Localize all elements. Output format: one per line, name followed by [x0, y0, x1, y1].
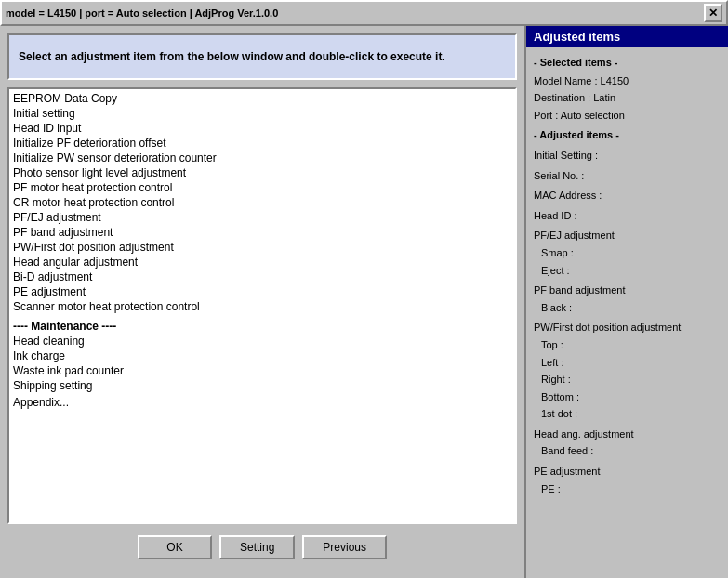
list-item[interactable]: PF band adjustment: [9, 225, 515, 240]
list-item[interactable]: PE adjustment: [9, 284, 515, 299]
list-item[interactable]: Initialize PF deterioration offset: [9, 136, 515, 151]
pfband-title: PF band adjustment: [534, 282, 721, 299]
list-item[interactable]: EEPROM Data Copy: [9, 91, 515, 106]
list-item[interactable]: Initialize PW sensor deterioration count…: [9, 151, 515, 165]
list-item[interactable]: Shipping setting: [9, 378, 515, 393]
button-bar: OK Setting Previous: [7, 524, 517, 571]
list-item[interactable]: Ink charge: [9, 348, 515, 363]
instruction-text: Select an adjustment item from the below…: [19, 50, 445, 63]
instruction-box: Select an adjustment item from the below…: [7, 33, 517, 80]
list-item[interactable]: Head angular adjustment: [9, 255, 515, 269]
serial-no: Serial No. :: [534, 168, 721, 185]
close-button[interactable]: ✕: [704, 4, 722, 22]
pwfirst-title: PW/First dot position adjustment: [534, 320, 721, 336]
headang-bandfeed: Band feed :: [534, 443, 721, 460]
pw-right: Right :: [534, 372, 721, 388]
head-id: Head ID :: [534, 208, 721, 225]
pfej-eject: Eject :: [534, 263, 721, 280]
list-item[interactable]: Head cleaning: [9, 334, 515, 348]
ok-button[interactable]: OK: [138, 535, 212, 559]
pfband-black: Black :: [534, 300, 721, 317]
adjusted-items-label: - Adjusted items -: [534, 127, 721, 144]
pfej-smap: Smap :: [534, 245, 721, 262]
headang-title: Head ang. adjustment: [534, 427, 721, 443]
right-panel: Adjusted items - Selected items - Model …: [524, 26, 728, 578]
model-name: Model Name : L4150: [534, 73, 721, 90]
list-item[interactable]: CR motor heat protection control: [9, 195, 515, 210]
list-item[interactable]: PW/First dot position adjustment: [9, 240, 515, 255]
pw-bottom: Bottom :: [534, 389, 721, 406]
right-panel-header: Adjusted items: [526, 26, 728, 47]
window-title: model = L4150 | port = Auto selection | …: [6, 7, 278, 19]
port: Port : Auto selection: [534, 108, 721, 125]
list-item[interactable]: Photo sensor light level adjustment: [9, 165, 515, 180]
list-item[interactable]: Bi-D adjustment: [9, 269, 515, 284]
list-item[interactable]: Scanner motor heat protection control: [9, 299, 515, 314]
setting-button[interactable]: Setting: [219, 535, 295, 559]
right-panel-content: - Selected items - Model Name : L4150 De…: [526, 47, 728, 578]
pw-left: Left :: [534, 355, 721, 372]
initial-setting: Initial Setting :: [534, 148, 721, 164]
destination: Destination : Latin: [534, 90, 721, 107]
selected-items-label: - Selected items -: [534, 55, 721, 72]
left-panel: Select an adjustment item from the below…: [0, 26, 524, 578]
list-item[interactable]: PF/EJ adjustment: [9, 210, 515, 225]
main-layout: Select an adjustment item from the below…: [0, 26, 728, 578]
list-item[interactable]: Initial setting: [9, 106, 515, 121]
previous-button[interactable]: Previous: [302, 535, 387, 559]
adjustment-list[interactable]: EEPROM Data CopyInitial settingHead ID i…: [9, 89, 515, 522]
list-item[interactable]: ---- Maintenance ----: [9, 316, 515, 334]
list-container: EEPROM Data CopyInitial settingHead ID i…: [7, 87, 517, 524]
pw-top: Top :: [534, 337, 721, 354]
pe-title: PE adjustment: [534, 464, 721, 480]
pfej-title: PF/EJ adjustment: [534, 228, 721, 244]
list-item[interactable]: Head ID input: [9, 121, 515, 136]
pe-value: PE :: [534, 481, 721, 498]
list-item[interactable]: Appendix...: [9, 395, 515, 410]
list-item[interactable]: PF motor heat protection control: [9, 180, 515, 195]
title-bar: model = L4150 | port = Auto selection | …: [0, 0, 728, 26]
pw-1stdot: 1st dot :: [534, 406, 721, 423]
mac-address: MAC Address :: [534, 188, 721, 204]
list-item[interactable]: Waste ink pad counter: [9, 363, 515, 378]
